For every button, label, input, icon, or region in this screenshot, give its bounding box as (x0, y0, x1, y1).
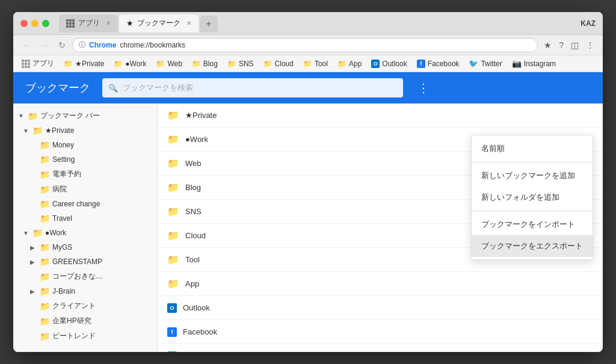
sidebar-train-label: 電車予約 (52, 169, 81, 179)
menu-export-label: ブックマークをエクスポート (481, 241, 583, 250)
sidebar-item-travel[interactable]: 📁 Travel (13, 211, 157, 226)
table-row[interactable]: t Twitter ⋮ (158, 344, 603, 352)
folder-icon: 📁 (40, 185, 50, 194)
sidebar-private-label: ★Private (45, 126, 74, 135)
expand-arrow-icon: ▶ (30, 259, 37, 265)
bm-bar-outlook[interactable]: O Outlook (368, 58, 410, 69)
back-button[interactable]: ← (19, 39, 34, 51)
tab-apps-close[interactable]: ✕ (106, 20, 111, 26)
folder-icon: 📁 (40, 214, 50, 223)
folder-icon: 📁 (40, 272, 50, 282)
tab-apps-label: アプリ (78, 18, 100, 28)
bm-bar-sns[interactable]: 📁 SNS (224, 58, 257, 69)
sidebar-greenstamp-label: GREENSTAMP (52, 258, 102, 266)
titlebar: アプリ ✕ ★ ブックマーク ✕ + KAZ (13, 12, 603, 35)
bm-bar-private[interactable]: 📁 ★Private (60, 58, 108, 69)
help-button[interactable]: ? (556, 39, 566, 51)
menu-item-add-bookmark[interactable]: 新しいブックマークを追加 (472, 165, 593, 187)
sidebar-item-work[interactable]: ▼ 📁 ●Work (13, 226, 157, 240)
folder-icon: 📁 (40, 301, 50, 311)
tab-bar: アプリ ✕ ★ ブックマーク ✕ + (59, 14, 571, 32)
bm-bar-blog[interactable]: 📁 Blog (188, 58, 221, 69)
sidebar-item-setting[interactable]: 📁 Setting (13, 152, 157, 167)
page-body: ▼ 📁 ブックマーク バー ▼ 📁 ★Private 📁 Money (13, 103, 603, 352)
address-bar[interactable]: ⓘ Chrome chrome://bookmarks (72, 38, 538, 52)
table-row[interactable]: O Outlook ⋮ (158, 296, 603, 320)
new-tab-button[interactable]: + (200, 16, 218, 32)
sidebar-root[interactable]: ▼ 📁 ブックマーク バー (13, 108, 157, 123)
bm-bar-tool-label: Tool (315, 60, 328, 68)
menu-item-import[interactable]: ブックマークをインポート (472, 214, 593, 235)
sidebar-item-train[interactable]: 📁 電車予約 (13, 167, 157, 182)
plus-icon: + (206, 19, 211, 29)
minimize-button[interactable] (31, 20, 38, 27)
reload-button[interactable]: ↻ (55, 39, 69, 51)
navbar: ← → ↻ ⓘ Chrome chrome://bookmarks ★ ? ◫ … (13, 35, 603, 55)
sidebar-item-kigyo[interactable]: 📁 企業HP研究 (13, 313, 157, 329)
bm-bar-facebook[interactable]: f Facebook (413, 58, 463, 69)
sidebar-item-career[interactable]: 📁 Career change (13, 197, 157, 211)
folder-icon: 📁 (167, 110, 179, 121)
bm-bar-instagram[interactable]: 📷 Instagram (508, 58, 559, 69)
sidebar-item-client[interactable]: 📁 クライアント (13, 298, 157, 313)
sidebar-root-label: ブックマーク バー (40, 111, 100, 121)
cast-button[interactable]: ◫ (568, 39, 581, 51)
search-box[interactable]: 🔍 ブックマークを検索 (102, 78, 403, 97)
bm-bar-blog-label: Blog (203, 60, 218, 68)
folder-icon: 📁 (167, 134, 179, 145)
settings-button[interactable]: ⋮ (584, 39, 597, 51)
tab-bookmarks[interactable]: ★ ブックマーク ✕ (119, 14, 199, 32)
traffic-lights (20, 20, 49, 27)
folder-icon: 📁 (32, 228, 43, 238)
menu-item-sort[interactable]: 名前順 (472, 138, 593, 159)
menu-item-export[interactable]: ブックマークをエクスポート (472, 235, 593, 257)
folder-icon: 📁 (337, 60, 346, 68)
table-row[interactable]: f Facebook ⋮ (158, 320, 603, 344)
sidebar-item-jbrain[interactable]: ▶ 📁 J-Brain (13, 284, 157, 298)
close-button[interactable] (20, 20, 28, 27)
page: ブックマーク 🔍 ブックマークを検索 ⋮ ▼ 📁 ブックマーク バー ▼ (13, 72, 603, 352)
table-row[interactable]: 📁 ★Private ⋮ (158, 103, 603, 128)
user-label: KAZ (581, 19, 596, 28)
maximize-button[interactable] (42, 20, 49, 27)
nav-actions: ★ ? ◫ ⋮ (541, 39, 597, 51)
sidebar-item-money[interactable]: 📁 Money (13, 138, 157, 152)
sidebar-item-greenstamp[interactable]: ▶ 📁 GREENSTAMP (13, 254, 157, 269)
bm-bar-work[interactable]: 📁 ●Work (110, 58, 150, 69)
bm-bar-app[interactable]: 📁 App (334, 58, 365, 69)
sidebar-setting-label: Setting (52, 155, 75, 164)
sidebar-item-beatrend[interactable]: 📁 ビートレンド (13, 329, 157, 344)
bookmark-star-button[interactable]: ★ (541, 39, 554, 51)
browser-window: アプリ ✕ ★ ブックマーク ✕ + KAZ ← → ↻ ⓘ Chrome ch… (13, 12, 603, 352)
bm-bar-private-label: ★Private (75, 60, 104, 68)
folder-icon: 📁 (303, 60, 312, 68)
sidebar-item-mygs[interactable]: ▶ 📁 MyGS (13, 240, 157, 254)
bm-bar-web-label: Web (167, 60, 182, 68)
menu-divider (472, 162, 593, 162)
forward-button[interactable]: → (37, 39, 52, 51)
lock-icon: ⓘ (79, 40, 85, 49)
sidebar-work-label: ●Work (45, 229, 66, 237)
tab-bookmarks-close[interactable]: ✕ (186, 20, 191, 26)
table-row[interactable]: 📁 App ⋮ (158, 272, 603, 296)
tab-bookmarks-star: ★ (126, 19, 134, 28)
bm-bar-twitter[interactable]: 🐦 Twitter (465, 58, 505, 69)
sidebar-item-private[interactable]: ▼ 📁 ★Private (13, 123, 157, 138)
header-menu-button[interactable]: ⋮ (415, 82, 432, 94)
bm-bar-apps-label: アプリ (32, 58, 54, 69)
tab-apps[interactable]: アプリ ✕ (59, 14, 118, 32)
bm-bar-web[interactable]: 📁 Web (152, 58, 185, 69)
folder-icon: 📁 (40, 170, 50, 179)
sidebar-item-hospital[interactable]: 📁 病院 (13, 182, 157, 197)
bm-bar-tool[interactable]: 📁 Tool (300, 58, 331, 69)
sidebar-client-label: クライアント (52, 301, 96, 311)
folder-icon: 📁 (40, 199, 50, 209)
folder-icon: 📁 (263, 60, 273, 68)
bm-item-name: App (185, 279, 573, 288)
bm-item-name: ★Private (185, 111, 573, 120)
bm-bar-cloud[interactable]: 📁 Cloud (260, 58, 297, 69)
bm-bar-apps[interactable]: アプリ (18, 57, 58, 70)
sidebar-item-coop[interactable]: 📁 コープおきな… (13, 269, 157, 284)
bm-bar-work-label: ●Work (125, 60, 146, 68)
menu-item-add-folder[interactable]: 新しいフォルダを追加 (472, 187, 593, 208)
